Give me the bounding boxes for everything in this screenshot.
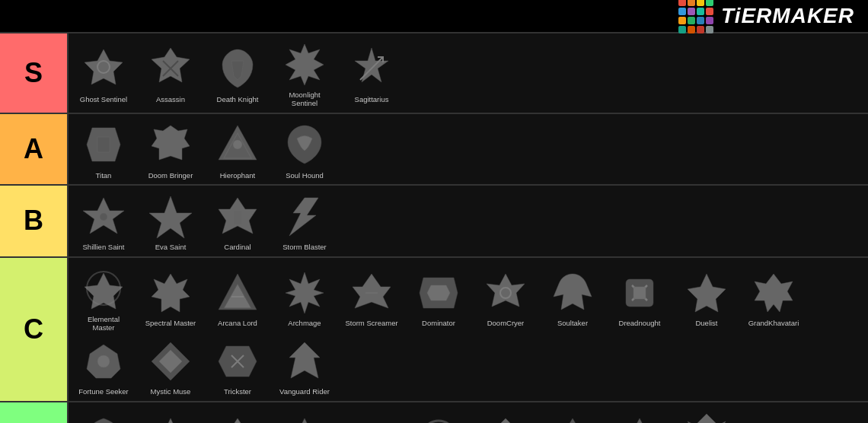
ghost_sentinel-icon bbox=[77, 44, 130, 94]
fortune_seeker-icon bbox=[77, 336, 130, 386]
item-eva_templar[interactable]: Eva Templar bbox=[606, 409, 673, 423]
soultaker-label: Soultaker bbox=[557, 319, 588, 327]
item-dreadnought[interactable]: Dreadnought bbox=[606, 265, 673, 329]
item-phoenix_knight[interactable]: Phoenix Knight bbox=[673, 406, 740, 423]
item-spectral_dancer[interactable]: Spectral Dancer bbox=[70, 409, 137, 423]
tier-row-s: SGhost SentinelAssassinDeath KnightMoonl… bbox=[0, 33, 868, 114]
tier-row-a: ATitanDoom BringerHierophantSoul Hound bbox=[0, 114, 868, 186]
item-hell_knight[interactable]: Hell Knight bbox=[472, 409, 539, 423]
item-hierophant[interactable]: Hierophant bbox=[204, 117, 271, 181]
item-arcana_lord[interactable]: Arcana Lord bbox=[204, 265, 271, 329]
logo-grid bbox=[678, 0, 713, 33]
eva_templar-icon bbox=[613, 412, 666, 423]
tier-label-d: D bbox=[0, 402, 69, 423]
spectral_master-label: Spectral Master bbox=[145, 319, 196, 327]
item-elemental_master[interactable]: Elemental Master bbox=[70, 261, 137, 334]
item-soultaker[interactable]: Soultaker bbox=[539, 265, 606, 329]
item-death_knight[interactable]: Death Knight bbox=[204, 41, 271, 105]
logo-cell bbox=[688, 0, 695, 6]
titan-icon bbox=[77, 120, 130, 170]
item-shillien_saint[interactable]: Shillien Saint bbox=[70, 189, 137, 253]
doomcryer-icon bbox=[479, 268, 532, 317]
item-ghost_sentinel[interactable]: Ghost Sentinel bbox=[70, 41, 137, 105]
item-maestro[interactable]: Maestro bbox=[405, 409, 472, 423]
item-sagittarius[interactable]: Sagittarius bbox=[338, 41, 405, 105]
maestro-icon bbox=[412, 412, 465, 423]
svg-point-1 bbox=[233, 140, 242, 149]
logo-cell bbox=[678, 0, 686, 6]
archmage-icon bbox=[278, 268, 331, 317]
trickster-icon bbox=[211, 336, 264, 386]
item-trickster[interactable]: Trickster bbox=[204, 333, 271, 397]
item-moonlight_sentinel[interactable]: Moonlight Sentinel bbox=[271, 37, 338, 110]
logo-cell bbox=[697, 26, 704, 33]
item-fortune_seeker[interactable]: Fortune Seeker bbox=[70, 333, 137, 397]
storm_blaster-label: Storm Blaster bbox=[282, 243, 327, 251]
item-storm_screamer[interactable]: Storm Screamer bbox=[338, 265, 405, 329]
item-doomcryer[interactable]: DoomCryer bbox=[472, 265, 539, 329]
mystic_muse-label: Mystic Muse bbox=[151, 387, 191, 396]
item-cardinal[interactable]: Cardinal bbox=[204, 189, 271, 253]
item-titan[interactable]: Titan bbox=[70, 117, 137, 181]
item-shillien_templar[interactable]: Shillien Templar bbox=[539, 409, 606, 423]
tier-items-a: TitanDoom BringerHierophantSoul Hound bbox=[69, 114, 868, 184]
item-soul_hound[interactable]: Soul Hound bbox=[271, 117, 338, 181]
adventurer-icon bbox=[278, 412, 331, 423]
svg-point-8 bbox=[97, 355, 110, 367]
item-storm_blaster[interactable]: Storm Blaster bbox=[271, 189, 338, 253]
item-archmage[interactable]: Archmage bbox=[271, 265, 338, 329]
item-vanguard_rider[interactable]: Vanguard Rider bbox=[271, 333, 338, 397]
item-eva_saint[interactable]: Eva Saint bbox=[137, 189, 204, 253]
eva_saint-icon bbox=[144, 192, 197, 241]
eva_saint-label: Eva Saint bbox=[155, 243, 187, 251]
tier-label-c: C bbox=[0, 258, 69, 401]
item-ghost_hunter[interactable]: Ghost Hunter bbox=[204, 409, 271, 423]
item-spectral_master[interactable]: Spectral Master bbox=[137, 265, 204, 329]
logo-cell bbox=[706, 0, 713, 6]
death_knight-label: Death Knight bbox=[217, 95, 259, 103]
phoenix_knight-icon bbox=[680, 409, 733, 423]
tier-label-s: S bbox=[0, 33, 69, 113]
logo-cell bbox=[697, 0, 704, 6]
vanguard_rider-label: Vanguard Rider bbox=[279, 387, 330, 396]
assassin-label: Assassin bbox=[156, 95, 185, 103]
arcana_lord-icon bbox=[211, 268, 264, 317]
duelist-icon bbox=[680, 268, 733, 317]
tier-label-b: B bbox=[0, 186, 69, 256]
grandkhavatari-icon bbox=[747, 268, 800, 317]
arcana_lord-label: Arcana Lord bbox=[218, 319, 257, 327]
cardinal-icon bbox=[211, 192, 264, 241]
logo-cell bbox=[706, 26, 713, 33]
item-doom_bringer[interactable]: Doom Bringer bbox=[137, 117, 204, 181]
storm_screamer-icon bbox=[345, 268, 398, 317]
hierophant-icon bbox=[211, 120, 264, 170]
tier-label-a: A bbox=[0, 114, 69, 184]
svg-rect-7 bbox=[633, 287, 646, 299]
svg-point-2 bbox=[100, 213, 107, 221]
item-sword_muse[interactable]: Sword Muse bbox=[137, 409, 204, 423]
item-adventurer[interactable]: Adventurer bbox=[271, 409, 338, 423]
item-duelist[interactable]: Duelist bbox=[673, 265, 740, 329]
item-wind_rider[interactable]: Wind Rider bbox=[338, 409, 405, 423]
tier-row-c: CElemental MasterSpectral MasterArcana L… bbox=[0, 258, 868, 402]
item-assassin[interactable]: Assassin bbox=[137, 41, 204, 105]
tiermaker-logo: TiERMAKER bbox=[678, 0, 854, 33]
wind_rider-icon bbox=[345, 412, 398, 423]
fortune_seeker-label: Fortune Seeker bbox=[78, 387, 128, 396]
sagittarius-label: Sagittarius bbox=[355, 95, 389, 103]
tier-items-d: Spectral DancerSword MuseGhost HunterAdv… bbox=[69, 402, 868, 423]
shillien_templar-icon bbox=[546, 412, 599, 423]
sword_muse-icon bbox=[144, 412, 197, 423]
assassin-icon bbox=[144, 44, 197, 94]
logo-cell bbox=[706, 8, 713, 15]
item-grandkhavatari[interactable]: GrandKhavatari bbox=[740, 265, 807, 329]
item-mystic_muse[interactable]: Mystic Muse bbox=[137, 333, 204, 397]
shillien_saint-label: Shillien Saint bbox=[83, 243, 125, 251]
logo-cell bbox=[697, 8, 704, 15]
death_knight-icon bbox=[211, 44, 264, 94]
tier-items-s: Ghost SentinelAssassinDeath KnightMoonli… bbox=[69, 33, 868, 113]
item-dominator[interactable]: Dominator bbox=[405, 265, 472, 329]
tier-items-b: Shillien SaintEva SaintCardinalStorm Bla… bbox=[69, 186, 868, 256]
shillien_saint-icon bbox=[77, 192, 130, 241]
dreadnought-label: Dreadnought bbox=[619, 319, 661, 327]
